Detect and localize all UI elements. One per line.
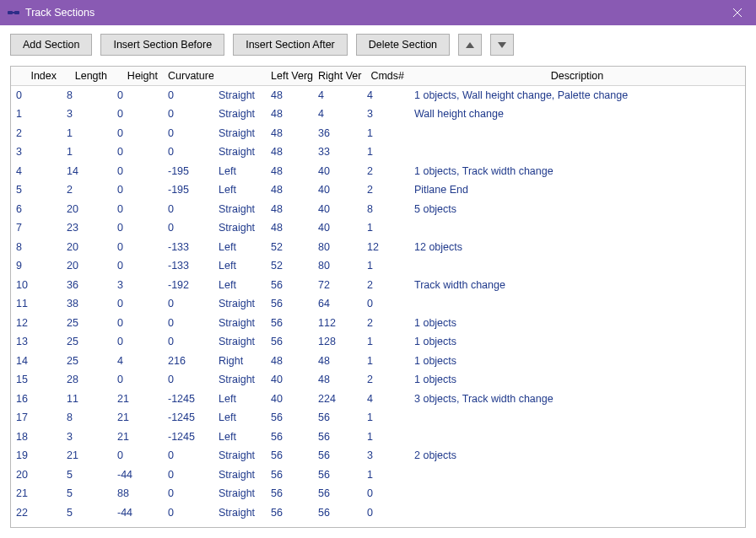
cell-cmds: 1 bbox=[362, 332, 409, 352]
table-row[interactable]: 132500Straight5612811 objects bbox=[11, 332, 745, 352]
table-row[interactable]: 520-195Left48402Pitlane End bbox=[11, 180, 745, 200]
cell-index: 23 bbox=[11, 522, 62, 527]
col-length[interactable]: Length bbox=[62, 67, 112, 85]
cell-dir: Left bbox=[213, 180, 266, 200]
table-row[interactable]: 205-440Straight56561 bbox=[11, 465, 745, 485]
cell-cmds: 1 bbox=[362, 256, 409, 276]
cell-rv: 48 bbox=[313, 370, 362, 390]
table-row[interactable]: 232100Straight56560 bbox=[11, 522, 745, 527]
table-row[interactable]: 10363-192Left56722Track width change bbox=[11, 276, 745, 295]
cell-dir: Straight bbox=[213, 465, 266, 485]
cell-curvature: -1245 bbox=[163, 390, 213, 409]
cell-dir: Left bbox=[213, 238, 266, 257]
move-up-button[interactable] bbox=[458, 34, 482, 56]
col-description[interactable]: Description bbox=[409, 67, 745, 85]
table-row[interactable]: 0800Straight48441 objects, Wall height c… bbox=[11, 85, 745, 105]
table-row[interactable]: 192100Straight565632 objects bbox=[11, 446, 745, 465]
cell-lv: 48 bbox=[266, 124, 313, 143]
cell-desc bbox=[409, 143, 745, 162]
cell-length: 20 bbox=[62, 238, 112, 257]
cell-height: 0 bbox=[112, 124, 163, 143]
cell-dir: Straight bbox=[213, 503, 266, 523]
cell-curvature: -195 bbox=[163, 180, 213, 200]
cell-rv: 80 bbox=[313, 238, 362, 257]
cell-length: 14 bbox=[62, 162, 112, 181]
table-row[interactable]: 4140-195Left484021 objects, Track width … bbox=[11, 162, 745, 181]
cell-index: 14 bbox=[11, 352, 62, 371]
sections-table: Index Length Height Curvature Left Verge… bbox=[11, 67, 745, 527]
cell-index: 19 bbox=[11, 446, 62, 465]
cell-lv: 56 bbox=[266, 465, 313, 485]
title-bar: Track Sections bbox=[0, 0, 756, 25]
cell-lv: 52 bbox=[266, 256, 313, 276]
cell-desc bbox=[409, 218, 745, 238]
cell-dir: Right bbox=[213, 352, 266, 371]
insert-section-before-button[interactable]: Insert Section Before bbox=[100, 34, 224, 56]
col-direction[interactable] bbox=[213, 67, 266, 85]
cell-length: 8 bbox=[62, 408, 112, 428]
table-row[interactable]: 2100Straight48361 bbox=[11, 124, 745, 143]
col-left-verge[interactable]: Left Verge bbox=[266, 67, 313, 85]
cell-length: 25 bbox=[62, 332, 112, 352]
table-row[interactable]: 225-440Straight56560 bbox=[11, 503, 745, 523]
table-row[interactable]: 62000Straight484085 objects bbox=[11, 200, 745, 219]
cell-length: 8 bbox=[62, 85, 112, 105]
cell-index: 10 bbox=[11, 276, 62, 295]
table-row[interactable]: 8200-133Left52801212 objects bbox=[11, 238, 745, 257]
cell-rv: 56 bbox=[313, 408, 362, 428]
close-button[interactable] bbox=[718, 0, 756, 25]
cell-index: 16 bbox=[11, 390, 62, 409]
cell-lv: 56 bbox=[266, 276, 313, 295]
table-row[interactable]: 215880Straight56560 bbox=[11, 484, 745, 503]
sections-grid-scroll[interactable]: Index Length Height Curvature Left Verge… bbox=[11, 67, 745, 527]
cell-cmds: 2 bbox=[362, 370, 409, 390]
table-row[interactable]: 161121-1245Left4022443 objects, Track wi… bbox=[11, 390, 745, 409]
col-height[interactable]: Height bbox=[112, 67, 163, 85]
cell-dir: Straight bbox=[213, 200, 266, 219]
cell-length: 28 bbox=[62, 370, 112, 390]
cell-index: 15 bbox=[11, 370, 62, 390]
table-row[interactable]: 18321-1245Left56561 bbox=[11, 428, 745, 447]
cell-length: 20 bbox=[62, 200, 112, 219]
col-index[interactable]: Index bbox=[11, 67, 62, 85]
cell-curvature: 0 bbox=[163, 370, 213, 390]
cell-curvature: 0 bbox=[163, 465, 213, 485]
delete-section-button[interactable]: Delete Section bbox=[356, 34, 450, 56]
col-cmds[interactable]: Cmds# bbox=[362, 67, 409, 85]
cell-rv: 36 bbox=[313, 124, 362, 143]
table-row[interactable]: 9200-133Left52801 bbox=[11, 256, 745, 276]
insert-section-after-button[interactable]: Insert Section After bbox=[233, 34, 348, 56]
move-down-button[interactable] bbox=[490, 34, 514, 56]
cell-height: 21 bbox=[112, 428, 163, 447]
cell-index: 8 bbox=[11, 238, 62, 257]
cell-length: 5 bbox=[62, 503, 112, 523]
add-section-button[interactable]: Add Section bbox=[10, 34, 92, 56]
cell-dir: Straight bbox=[213, 105, 266, 124]
cell-rv: 56 bbox=[313, 503, 362, 523]
cell-desc: 5 objects bbox=[409, 200, 745, 219]
cell-cmds: 8 bbox=[362, 200, 409, 219]
table-row[interactable]: 152800Straight404821 objects bbox=[11, 370, 745, 390]
cell-desc: 3 objects, Track width change bbox=[409, 390, 745, 409]
cell-curvature: -133 bbox=[163, 238, 213, 257]
cell-cmds: 1 bbox=[362, 465, 409, 485]
cell-dir: Straight bbox=[213, 446, 266, 465]
table-row[interactable]: 14254216Right484811 objects bbox=[11, 352, 745, 371]
cell-desc: 1 objects bbox=[409, 332, 745, 352]
cell-cmds: 12 bbox=[362, 238, 409, 257]
cell-height: 0 bbox=[112, 143, 163, 162]
cell-lv: 56 bbox=[266, 314, 313, 333]
table-row[interactable]: 1300Straight4843Wall height change bbox=[11, 105, 745, 124]
cell-height: -44 bbox=[112, 465, 163, 485]
cell-height: 21 bbox=[112, 390, 163, 409]
cell-height: 0 bbox=[112, 238, 163, 257]
table-row[interactable]: 72300Straight48401 bbox=[11, 218, 745, 238]
table-row[interactable]: 122500Straight5611221 objects bbox=[11, 314, 745, 333]
cell-curvature: 0 bbox=[163, 218, 213, 238]
col-right-verge[interactable]: Right Verge bbox=[313, 67, 362, 85]
table-row[interactable]: 113800Straight56640 bbox=[11, 294, 745, 314]
col-curvature[interactable]: Curvature bbox=[163, 67, 213, 85]
cell-height: 0 bbox=[112, 105, 163, 124]
table-row[interactable]: 17821-1245Left56561 bbox=[11, 408, 745, 428]
table-row[interactable]: 3100Straight48331 bbox=[11, 143, 745, 162]
